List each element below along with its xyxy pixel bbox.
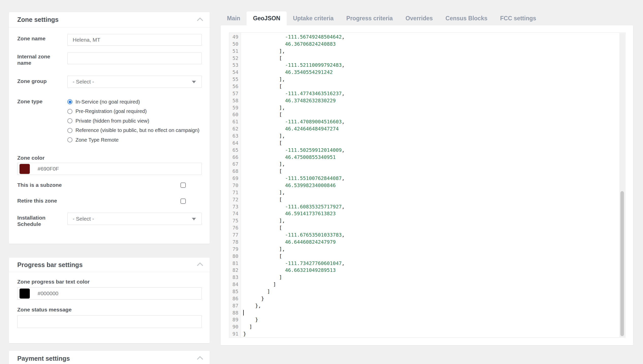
installation-schedule-select[interactable]: - Select - (67, 213, 202, 225)
code-line[interactable]: 85 ] (229, 288, 619, 295)
zone-color-swatch[interactable] (19, 164, 30, 174)
zone-color-input[interactable]: #690F0F (17, 163, 202, 175)
chevron-down-icon (192, 218, 196, 220)
page: Zone settings Zone name Internal zone na… (0, 0, 643, 364)
line-number: 88 (229, 309, 241, 317)
code-line[interactable]: 75 ], (229, 217, 619, 224)
code-line[interactable]: 65 -111.50259912014009, (229, 147, 619, 154)
code-line[interactable]: 59 ], (229, 104, 619, 111)
code-line[interactable]: 58 46.37482632830229 (229, 97, 619, 104)
zone-type-option[interactable]: Reference (visible to public, but no eff… (67, 127, 200, 134)
radio-icon[interactable] (67, 137, 72, 142)
code-line[interactable]: 72 [ (229, 196, 619, 203)
code-line[interactable]: 57 -111.47743463516237, (229, 90, 619, 97)
tab-fcc-settings[interactable]: FCC settings (494, 11, 543, 25)
code-line[interactable]: 55 ], (229, 76, 619, 83)
code-line[interactable]: 51 ], (229, 48, 619, 55)
tab-uptake-criteria[interactable]: Uptake criteria (287, 11, 340, 25)
internal-zone-name-input[interactable] (67, 53, 202, 64)
code-line[interactable]: 63 ], (229, 133, 619, 140)
code-line[interactable]: 71 ], (229, 189, 619, 196)
subzone-checkbox[interactable] (180, 183, 186, 188)
progress-text-color-input[interactable]: #000000 (17, 287, 202, 300)
code-line[interactable]: 67 ], (229, 161, 619, 168)
code-line[interactable]: 61 -111.47089004516603, (229, 118, 619, 125)
tab-overrides[interactable]: Overrides (399, 11, 439, 25)
line-number: 50 (229, 41, 241, 48)
code-line[interactable]: 88 (229, 309, 619, 317)
code-line[interactable]: 66 46.47500855340951 (229, 154, 619, 161)
code-text: } (241, 316, 258, 323)
code-line[interactable]: 79 ], (229, 246, 619, 253)
tab-progress-criteria[interactable]: Progress criteria (340, 11, 399, 25)
line-number: 58 (229, 97, 241, 104)
code-line[interactable]: 76 [ (229, 224, 619, 231)
collapse-chevron-icon[interactable] (197, 356, 203, 361)
zone-name-label: Zone name (17, 36, 45, 42)
code-line[interactable]: 54 46.3540554291242 (229, 69, 619, 76)
zone-type-option[interactable]: Pre-Registration (goal required) (67, 108, 200, 114)
zone-type-option-label: Pre-Registration (goal required) (75, 108, 147, 114)
code-line[interactable]: 50 46.36706824240883 (229, 41, 619, 48)
zone-status-message-input[interactable] (17, 315, 202, 328)
tab-main[interactable]: Main (221, 11, 247, 25)
editor-scrollbar-thumb[interactable] (620, 191, 624, 336)
code-line[interactable]: 77 -111.67653501033783, (229, 231, 619, 239)
code-line[interactable]: 62 46.424646484947274 (229, 125, 619, 133)
tab-geojson[interactable]: GeoJSON (247, 11, 286, 25)
tab-census-blocks[interactable]: Census Blocks (439, 11, 494, 25)
code-text: 46.37482632830229 (241, 97, 336, 104)
code-line[interactable]: 91} (229, 330, 619, 338)
zone-type-option[interactable]: Zone Type Remote (67, 137, 200, 143)
code-line[interactable]: 53 -111.52110099792483, (229, 62, 619, 69)
code-line[interactable]: 60 [ (229, 111, 619, 118)
radio-icon[interactable] (67, 128, 72, 133)
code-text: 46.53998234000846 (241, 182, 336, 189)
code-line[interactable]: 68 [ (229, 168, 619, 175)
code-line[interactable]: 82 46.66321049289513 (229, 267, 619, 274)
progress-text-color-swatch[interactable] (19, 288, 30, 299)
code-line[interactable]: 87 }, (229, 302, 619, 309)
line-number: 60 (229, 111, 241, 118)
line-number: 80 (229, 253, 241, 260)
collapse-chevron-icon[interactable] (197, 262, 203, 267)
zone-type-option[interactable]: In-Service (no goal required) (67, 99, 200, 105)
code-line[interactable]: 90 ] (229, 323, 619, 330)
code-line[interactable]: 69 -111.55100762844087, (229, 175, 619, 182)
code-line[interactable]: 81 -111.73427760601047, (229, 260, 619, 267)
collapse-chevron-icon[interactable] (197, 18, 203, 22)
code-line[interactable]: 56 [ (229, 83, 619, 90)
line-number: 89 (229, 316, 241, 323)
line-number: 79 (229, 246, 241, 253)
zone-type-option[interactable]: Private (hidden from public view) (67, 118, 200, 124)
code-line[interactable]: 78 46.64460824247979 (229, 239, 619, 246)
code-line[interactable]: 86 } (229, 295, 619, 302)
code-text: [ (241, 168, 282, 175)
zone-group-select[interactable]: - Select - (67, 76, 202, 88)
line-number: 63 (229, 133, 241, 140)
code-line[interactable]: 64 [ (229, 140, 619, 147)
retire-zone-checkbox[interactable] (180, 198, 186, 204)
code-line[interactable]: 49 -111.56749248504642, (229, 34, 619, 41)
zone-name-input[interactable] (67, 34, 202, 46)
retire-zone-label: Retire this zone (17, 198, 57, 204)
line-number: 71 (229, 189, 241, 196)
radio-icon[interactable] (67, 118, 72, 123)
code-line[interactable]: 83 ] (229, 274, 619, 281)
editor-scrollbar-track[interactable] (619, 33, 625, 337)
line-number: 86 (229, 295, 241, 302)
code-line[interactable]: 70 46.53998234000846 (229, 182, 619, 189)
line-number: 83 (229, 274, 241, 281)
code-line[interactable]: 52 [ (229, 55, 619, 62)
code-line[interactable]: 89 } (229, 316, 619, 323)
code-line[interactable]: 74 46.59141737613823 (229, 210, 619, 217)
radio-icon[interactable] (67, 109, 72, 114)
radio-selected-icon[interactable] (67, 99, 72, 104)
code-line[interactable]: 73 -111.60835325717927, (229, 203, 619, 210)
code-text: 46.424646484947274 (241, 125, 339, 133)
geojson-code-editor[interactable]: 49 -111.56749248504642,50 46.36706824240… (229, 32, 625, 338)
code-line[interactable]: 80 [ (229, 253, 619, 260)
line-number: 87 (229, 302, 241, 309)
line-number: 76 (229, 224, 241, 231)
code-line[interactable]: 84 ] (229, 281, 619, 288)
